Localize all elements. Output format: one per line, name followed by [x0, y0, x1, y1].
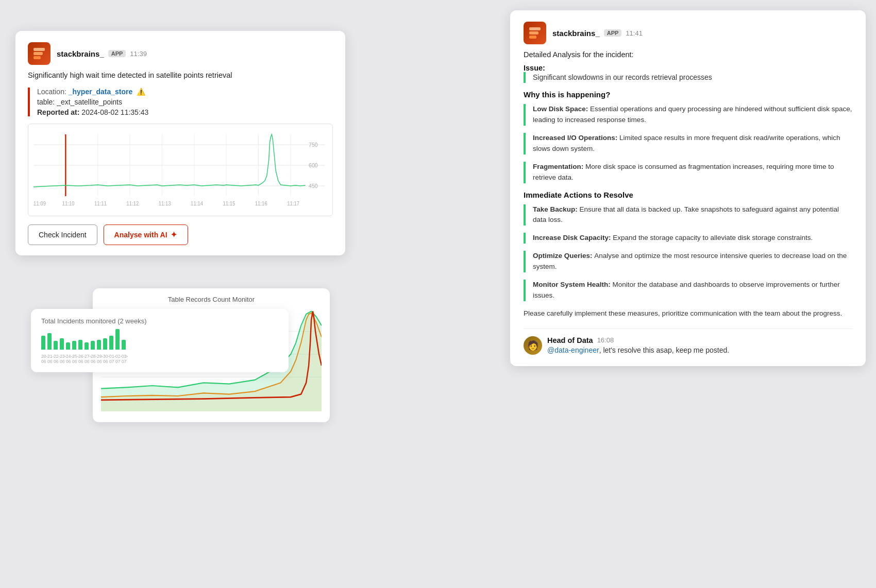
reasons-container: Low Disk Space: Essential operations and… [524, 104, 852, 183]
mini-bar-date-label: 20-06 [41, 354, 45, 364]
mini-bar-date-label: 02-07 [115, 354, 120, 364]
action-title-2: Optimize Queries: [533, 252, 594, 260]
reason-title-0: Low Disk Space: [533, 105, 590, 113]
card-meta: stackbrains_ APP 11:39 [57, 49, 147, 58]
svg-text:11:14: 11:14 [191, 201, 204, 206]
mini-bar-item [54, 341, 58, 350]
analysis-app-logo [524, 22, 546, 44]
analysis-logo-layer-2 [529, 31, 538, 34]
action-buttons: Check Incident Analyse with AI ✦ [28, 224, 333, 245]
comment-text: @data-engineer, let's resolve this asap,… [547, 346, 729, 354]
app-time: 11:39 [130, 50, 147, 58]
closing-text: Please carefully implement these measure… [524, 308, 852, 319]
sparkle-icon: ✦ [171, 230, 177, 239]
location-link: _hyper_data_store [69, 88, 133, 96]
mini-bar-date-label: 23-06 [60, 354, 64, 364]
analysis-app-badge: APP [604, 29, 622, 37]
mini-bar-item [115, 329, 120, 350]
issue-block: Significant slowdowns in our records ret… [524, 72, 852, 83]
analysis-card-meta: stackbrains_ APP 11:41 [552, 29, 643, 38]
table-line: table: _ext_satellite_points [37, 98, 333, 106]
mini-bar-date-label: 01-07 [109, 354, 113, 364]
action-title-1: Increase Disk Capacity: [533, 234, 613, 241]
action-block-0: Take Backup: Ensure that all data is bac… [524, 204, 852, 226]
incident-card: stackbrains_ APP 11:39 Significantly hig… [15, 31, 345, 255]
table-value: _ext_satellite_points [57, 98, 122, 106]
comment-header-row: Head of Data 16:08 [547, 336, 729, 344]
mini-bar-date-label: 21-06 [47, 354, 52, 364]
mini-bar-item [85, 342, 89, 350]
svg-text:11:16: 11:16 [255, 201, 268, 206]
monitor-card: Total Incidents monitored (2 weeks) 20-0… [31, 309, 289, 372]
svg-text:11:15: 11:15 [223, 201, 235, 206]
action-block-1: Increase Disk Capacity: Expand the stora… [524, 233, 852, 244]
reported-value: 2024-08-02 11:35:43 [81, 108, 148, 116]
issue-label: Issue: [524, 64, 852, 72]
reason-block-1: Increased I/O Operations: Limited space … [524, 133, 852, 154]
app-name: stackbrains_ [57, 49, 104, 58]
svg-text:11:17: 11:17 [287, 201, 299, 206]
warning-icon: ⚠️ [137, 88, 145, 96]
mini-bar-date-label: 27-06 [85, 354, 89, 364]
analysis-app-time: 11:41 [626, 29, 643, 37]
action-block-2: Optimize Queries: Analyse and optimize t… [524, 251, 852, 272]
svg-text:11:09: 11:09 [33, 201, 46, 206]
chart-svg: 750 600 450 11:09 11:10 11:11 11:12 11:1… [33, 129, 325, 212]
mini-bar-dates: 20-0621-0622-0623-0624-0625-0626-0627-06… [41, 354, 278, 364]
mini-bar-date-label: 22-06 [54, 354, 58, 364]
svg-text:11:10: 11:10 [62, 201, 75, 206]
analysis-logo-layer-1 [529, 27, 541, 30]
incident-details: Location: _hyper_data_store ⚠️ table: _e… [28, 88, 333, 116]
mini-bar-item [103, 338, 107, 350]
logo-layers [33, 48, 45, 59]
comment-body: Head of Data 16:08 @data-engineer, let's… [547, 336, 729, 354]
check-incident-button[interactable]: Check Incident [28, 224, 97, 245]
analysis-logo-layers [529, 27, 541, 39]
issue-text: Significant slowdowns in our records ret… [533, 72, 852, 83]
why-heading: Why this is happening? [524, 90, 852, 99]
svg-text:600: 600 [309, 162, 318, 168]
reason-block-0: Low Disk Space: Essential operations and… [524, 104, 852, 126]
actions-heading: Immediate Actions to Resolve [524, 191, 852, 199]
action-text-1: Increase Disk Capacity: Expand the stora… [533, 233, 852, 244]
mini-bar-date-label: 26-06 [78, 354, 82, 364]
analysis-panel: stackbrains_ APP 11:41 Detailed Analysis… [510, 10, 866, 366]
reported-label: Reported at: [37, 108, 79, 116]
analysis-app-name: stackbrains_ [552, 29, 600, 38]
mini-bar-item [60, 338, 64, 350]
mini-bar-item [41, 336, 45, 350]
chart-container: 750 600 450 11:09 11:10 11:11 11:12 11:1… [28, 124, 333, 216]
comment-section: 🧑 Head of Data 16:08 @data-engineer, let… [524, 328, 852, 355]
action-block-3: Monitor System Health: Monitor the datab… [524, 280, 852, 301]
mini-bar-item [122, 340, 126, 350]
analysis-intro: Detailed Analysis for the incident: [524, 50, 852, 59]
monitor-label: Total Incidents monitored (2 weeks) [41, 317, 278, 325]
card-message: Significantly high wait time detected in… [28, 70, 333, 80]
mini-bar-item [66, 342, 70, 350]
analysis-logo-layer-3 [529, 36, 536, 39]
mini-bar-item [47, 333, 52, 350]
reason-block-2: Fragmentation: More disk space is consum… [524, 162, 852, 183]
mini-bar-item [72, 341, 76, 350]
mini-bar-date-label: 25-06 [72, 354, 76, 364]
reason-text-1: Increased I/O Operations: Limited space … [533, 133, 852, 154]
actions-container: Take Backup: Ensure that all data is bac… [524, 204, 852, 301]
table-label: table: [37, 98, 55, 106]
analyse-ai-button[interactable]: Analyse with AI ✦ [104, 224, 188, 245]
reported-line: Reported at: 2024-08-02 11:35:43 [37, 108, 333, 116]
mini-bar-item [109, 336, 113, 350]
reason-text-0: Low Disk Space: Essential operations and… [533, 104, 852, 126]
analysis-header: stackbrains_ APP 11:41 [524, 22, 852, 44]
mini-bar-date-label: 30-06 [103, 354, 107, 364]
commenter-name: Head of Data [547, 336, 593, 344]
location-label: Location: [37, 88, 66, 96]
svg-text:450: 450 [309, 183, 318, 189]
action-text-3: Monitor System Health: Monitor the datab… [533, 280, 852, 301]
svg-text:750: 750 [309, 142, 318, 148]
logo-layer-1 [33, 48, 45, 51]
mini-bar-date-label: 29-06 [97, 354, 101, 364]
analyse-label: Analyse with AI [114, 231, 167, 239]
svg-text:11:12: 11:12 [126, 201, 139, 206]
app-logo [28, 42, 50, 65]
action-title-0: Take Backup: [533, 205, 580, 213]
